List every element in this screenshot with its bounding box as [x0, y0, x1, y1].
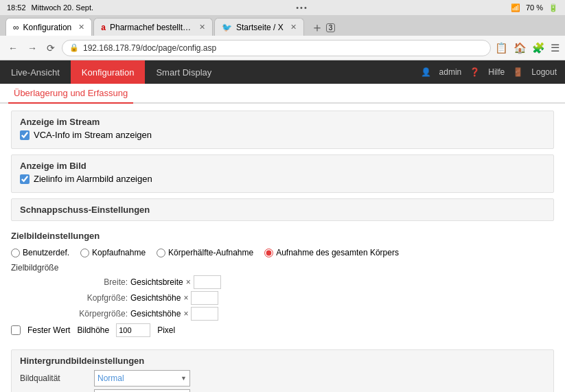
tab-bar: ∞ Konfiguration ✕ a Pharmachef bestellte… [0, 15, 565, 36]
extensions-icon[interactable]: 🧩 [532, 42, 545, 54]
logout-icon: 🚪 [513, 67, 523, 77]
bildqualitaet-select[interactable]: Normal Hoch Sehr Hoch [94, 370, 190, 387]
bildqualitaet-select-wrapper[interactable]: Normal Hoch Sehr Hoch [94, 370, 190, 387]
reload-button[interactable]: ⟳ [44, 41, 58, 55]
tab3-close[interactable]: ✕ [290, 23, 297, 32]
radio-group-zielbildeinstellungen: Benutzerdef. Kopfaufnahme Körperhälfte-A… [11, 244, 554, 262]
kopfgroesse-input[interactable] [191, 291, 218, 305]
app-nav-items: Live-Ansicht Konfiguration Smart Display [0, 60, 413, 84]
zielbildeinstellungen-title: Zielbildeinstellungen [11, 231, 554, 241]
address-bar: ← → ⟳ 🔒 192.168.178.79/doc/page/config.a… [0, 36, 565, 60]
battery-text: 70 % [526, 3, 543, 12]
fester-wert-checkbox[interactable] [11, 325, 21, 335]
breite-x: × [186, 277, 191, 287]
radio-koerper-ganz-input[interactable] [264, 249, 273, 257]
menu-icon[interactable]: ☰ [551, 42, 560, 54]
radio-koerper-halb-input[interactable] [157, 249, 165, 257]
tab-konfiguration[interactable]: ∞ Konfiguration ✕ [5, 18, 92, 36]
radio-koerper-ganz-label: Aufnahme des gesamten Körpers [276, 248, 399, 257]
pixel-label: Pixel [157, 325, 175, 335]
app-nav-right: 👤 admin ❓ Hilfe 🚪 Logout [413, 67, 565, 77]
nav-smart-display[interactable]: Smart Display [145, 60, 222, 84]
breite-row: Breite: Gesichtsbreite × [66, 275, 554, 289]
nav-live-ansicht[interactable]: Live-Ansicht [0, 60, 71, 84]
koerpergroesse-input[interactable] [191, 307, 218, 321]
tab1-favicon: ∞ [13, 23, 19, 32]
system-date: Mittwoch 20. Sept. [32, 3, 94, 12]
fester-wert-label: Fester Wert [27, 325, 70, 335]
radio-koerper-halb[interactable]: Körperhälfte-Aufnahme [157, 248, 253, 257]
forward-button[interactable]: → [25, 41, 40, 55]
tab3-favicon: 🐦 [222, 23, 232, 32]
tab3-label: Startseite / X [236, 23, 284, 32]
breite-label: Breite: [66, 277, 128, 287]
hilfe-label[interactable]: Hilfe [488, 67, 505, 77]
back-button[interactable]: ← [5, 41, 21, 55]
bildaufloesung-select-wrapper[interactable]: 1080P(1920*1080) 720P(1280*720) 4K(3840*… [94, 389, 190, 392]
tab1-close[interactable]: ✕ [78, 23, 84, 32]
tab2-close[interactable]: ✕ [199, 23, 205, 32]
section-anzeige-bild: Anzeige im Bild Zielinfo im Alarmbild an… [11, 154, 554, 193]
home-icon[interactable]: 🏠 [514, 42, 527, 54]
zielinfo-label: Zielinfo im Alarmbild anzeigen [34, 174, 152, 184]
tab-startseite[interactable]: 🐦 Startseite / X ✕ [214, 18, 304, 36]
section-anzeige-stream-title: Anzeige im Stream [20, 117, 545, 127]
radio-koerper-ganz[interactable]: Aufnahme des gesamten Körpers [264, 248, 399, 257]
hintergrund-title: Hintergrundbildeinstellungen [20, 356, 545, 366]
bildaufloesung-select[interactable]: 1080P(1920*1080) 720P(1280*720) 4K(3840*… [94, 389, 190, 392]
logout-label[interactable]: Logout [531, 67, 557, 77]
admin-label: admin [439, 67, 462, 77]
radio-kopf-input[interactable] [80, 249, 89, 257]
kopfgroesse-row: Kopfgröße: Gesichtshöhe × [66, 291, 554, 305]
hilfe-icon: ❓ [470, 67, 480, 77]
section-anzeige-bild-title: Anzeige im Bild [20, 161, 545, 171]
radio-benutzer-input[interactable] [11, 249, 20, 257]
system-bar-right: 📶 70 % 🔋 [511, 3, 558, 12]
breite-dropdown-text: Gesichtsbreite [130, 277, 183, 287]
system-bar: 18:52 Mittwoch 20. Sept. ••• 📶 70 % 🔋 [0, 0, 565, 15]
koerpergroesse-x: × [183, 309, 188, 319]
bookmark-icon[interactable]: 📋 [495, 42, 508, 54]
fester-wert-row: Fester Wert Bildhöhe Pixel [11, 323, 554, 337]
tab2-label: Pharmachef bestellte Fake- [110, 23, 192, 32]
zielinfo-checkbox[interactable] [20, 174, 30, 184]
koerpergroesse-row: Körpergröße: Gesichtshöhe × [66, 307, 554, 321]
nav-konfiguration[interactable]: Konfiguration [71, 60, 146, 84]
sub-nav-overlapping[interactable]: Überlagerung und Erfassung [8, 84, 133, 104]
user-icon: 👤 [421, 67, 431, 77]
address-field[interactable]: 🔒 192.168.178.79/doc/page/config.asp [62, 40, 491, 56]
system-bar-left: 18:52 Mittwoch 20. Sept. [7, 3, 93, 12]
address-bar-right: 📋 🏠 🧩 ☰ [495, 42, 560, 54]
tab1-label: Konfiguration [23, 23, 72, 32]
radio-benutzer-label: Benutzerdef. [23, 248, 69, 257]
kopfgroesse-dropdown-text: Gesichtshöhe [130, 293, 181, 303]
section-schnappschuss: Schnappschuss-Einstellungen [11, 198, 554, 221]
vca-info-row: VCA-Info im Stream anzeigen [20, 127, 545, 143]
bildqualitaet-label: Bildqualität [20, 373, 89, 383]
radio-koerper-halb-label: Körperhälfte-Aufnahme [168, 248, 253, 257]
koerpergroesse-label: Körpergröße: [66, 309, 128, 319]
bildqualitaet-row: Bildqualität Normal Hoch Sehr Hoch [20, 370, 545, 387]
radio-benutzer[interactable]: Benutzerdef. [11, 248, 69, 257]
bildhoehe-input[interactable] [116, 323, 150, 337]
tab-pharmachef[interactable]: a Pharmachef bestellte Fake- ✕ [93, 18, 213, 36]
vca-info-label: VCA-Info im Stream anzeigen [34, 130, 152, 140]
section-schnappschuss-title: Schnappschuss-Einstellungen [20, 205, 545, 215]
sub-nav: Überlagerung und Erfassung [0, 84, 565, 104]
main-content: Anzeige im Stream VCA-Info im Stream anz… [0, 104, 565, 392]
kopfgroesse-x: × [183, 293, 188, 303]
battery-icon: 🔋 [549, 3, 558, 12]
tab-bar-actions: ＋ 3 [311, 19, 336, 36]
tab2-favicon: a [101, 23, 106, 32]
radio-kopf[interactable]: Kopfaufnahme [80, 248, 146, 257]
zielbildgroesse-label: Zielbildgröße [11, 263, 554, 273]
vca-info-checkbox[interactable] [20, 130, 30, 140]
breite-input[interactable] [194, 275, 221, 289]
tab-count-icon: 3 [326, 23, 336, 32]
system-center-dots: ••• [296, 3, 308, 12]
app-nav: Live-Ansicht Konfiguration Smart Display… [0, 60, 565, 84]
radio-kopf-label: Kopfaufnahme [92, 248, 146, 257]
tab-add-button[interactable]: ＋ [311, 19, 323, 36]
bildaufloesung-row: Bildauflösung 1080P(1920*1080) 720P(1280… [20, 389, 545, 392]
section-hintergrund: Hintergrundbildeinstellungen Bildqualitä… [11, 349, 554, 392]
